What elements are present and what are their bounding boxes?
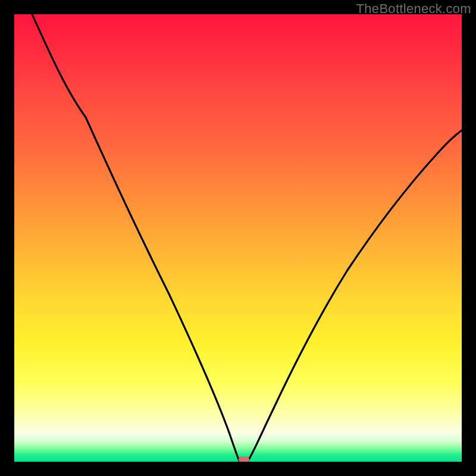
chart-frame: TheBottleneck.com [0, 0, 476, 476]
bottleneck-curve-path [32, 14, 462, 461]
bottleneck-curve-svg [14, 14, 462, 462]
valley-marker [239, 456, 249, 462]
watermark-text: TheBottleneck.com [356, 1, 471, 17]
